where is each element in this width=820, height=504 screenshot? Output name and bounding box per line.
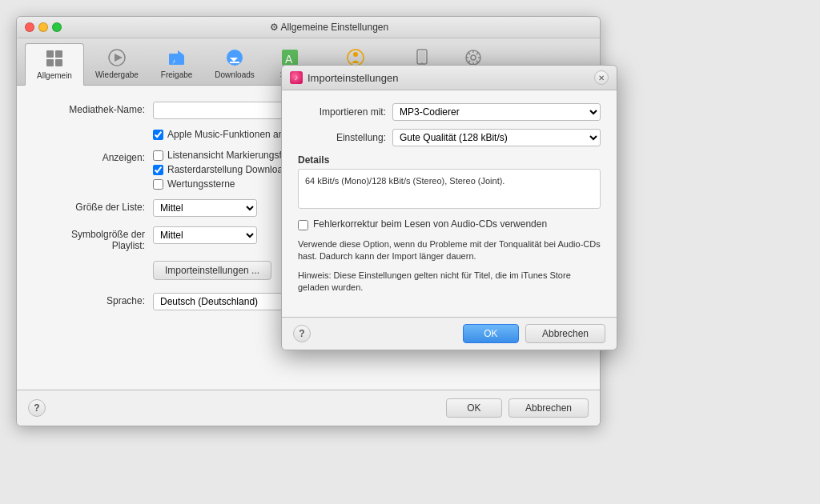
svg-line-28: [476, 53, 478, 54]
rating-checkbox[interactable]: [153, 179, 163, 190]
list-size-select[interactable]: Mittel Klein Groß: [153, 199, 257, 217]
wiedergabe-icon: [106, 46, 128, 69]
main-action-buttons: OK Abbrechen: [446, 398, 589, 418]
svg-line-29: [468, 61, 470, 62]
itunes-icon: ♪: [290, 71, 303, 84]
import-with-row: Importieren mit: MP3-Codierer AAC-Codier…: [298, 103, 601, 121]
dialog-close-button[interactable]: ✕: [594, 70, 609, 85]
dialog-ok-button[interactable]: OK: [463, 324, 519, 343]
title-bar: ⚙ Allgemeine Einstellungen: [17, 17, 600, 38]
dialog-title-bar: ♪ Importeinstellungen ✕: [282, 66, 617, 90]
main-window: ⚙ Allgemeine Einstellungen Allgemein: [16, 16, 601, 426]
svg-rect-12: [230, 62, 239, 63]
dialog-cancel-button[interactable]: Abbrechen: [525, 324, 605, 343]
rating-label: Wertungssterne: [167, 178, 235, 190]
library-name-label: Mediathek-Name:: [41, 102, 153, 115]
downloads-icon: [223, 46, 246, 69]
svg-point-16: [353, 52, 358, 57]
display-label: Anzeigen:: [41, 150, 153, 163]
freigabe-label: Freigabe: [161, 70, 192, 79]
dialog-action-buttons: OK Abbrechen: [463, 324, 605, 343]
error-correction-row: Fehlerkorrektur beim Lesen von Audio-CDs…: [298, 218, 601, 230]
details-label: Details: [298, 154, 601, 166]
list-size-label: Größe der Liste:: [41, 199, 153, 213]
svg-marker-5: [115, 54, 123, 62]
details-text: 64 kBit/s (Mono)/128 kBit/s (Stereo), St…: [305, 176, 504, 186]
svg-text:♪: ♪: [172, 58, 175, 65]
allgemein-label: Allgemein: [37, 71, 72, 80]
close-button[interactable]: [25, 22, 34, 32]
svg-line-26: [468, 53, 470, 54]
dialog-content: Importieren mit: MP3-Codierer AAC-Codier…: [282, 90, 617, 317]
language-label: Sprache:: [41, 293, 153, 306]
toolbar-item-freigabe[interactable]: ♪ Freigabe: [150, 43, 203, 85]
main-bottom-bar: ? OK Abbrechen: [17, 390, 600, 426]
svg-rect-8: [178, 55, 184, 65]
minimize-button[interactable]: [38, 22, 48, 32]
dialog-help-button[interactable]: ?: [293, 325, 311, 342]
svg-rect-2: [46, 59, 54, 66]
hint-text: Hinweis: Diese Einstellungen gelten nich…: [298, 270, 601, 294]
dialog-bottom-bar: ? OK Abbrechen: [282, 317, 617, 350]
list-view-checkbox[interactable]: [153, 150, 163, 161]
error-correction-label: Fehlerkorrektur beim Lesen von Audio-CDs…: [313, 218, 547, 230]
maximize-button[interactable]: [52, 22, 62, 32]
setting-label: Einstellung:: [298, 132, 386, 143]
window-icon: ⚙: [270, 22, 279, 33]
wiedergabe-label: Wiedergabe: [95, 70, 139, 79]
main-cancel-button[interactable]: Abbrechen: [508, 398, 589, 418]
error-correction-checkbox[interactable]: [298, 220, 308, 230]
title-bar-buttons: [25, 22, 62, 32]
downloads-label: Downloads: [215, 70, 254, 79]
import-with-label: Importieren mit:: [298, 106, 386, 118]
allgemein-icon: [43, 47, 66, 70]
svg-rect-1: [55, 50, 62, 58]
setting-row: Einstellung: Gute Qualität (128 kBit/s) …: [298, 129, 601, 146]
details-section: Details 64 kBit/s (Mono)/128 kBit/s (Ste…: [298, 154, 601, 209]
svg-rect-18: [419, 51, 425, 61]
import-settings-button[interactable]: Importeinstellungen ...: [153, 261, 271, 280]
toolbar-item-wiedergabe[interactable]: Wiedergabe: [84, 43, 150, 85]
details-box: 64 kBit/s (Mono)/128 kBit/s (Stereo), St…: [298, 169, 601, 209]
main-help-button[interactable]: ?: [28, 399, 46, 417]
import-dialog: ♪ Importeinstellungen ✕ Importieren mit:…: [281, 65, 617, 350]
info-text: Verwende diese Option, wenn du Probleme …: [298, 238, 601, 263]
setting-select[interactable]: Gute Qualität (128 kBit/s) Hohe Qualität…: [392, 129, 601, 146]
toolbar-item-downloads[interactable]: Downloads: [203, 43, 265, 85]
window-title: ⚙ Allgemeine Einstellungen: [66, 22, 592, 33]
svg-line-27: [476, 61, 478, 62]
main-ok-button[interactable]: OK: [446, 398, 502, 418]
dialog-title: Importeinstellungen: [308, 72, 398, 84]
svg-rect-3: [55, 59, 62, 66]
apple-music-checkbox[interactable]: [153, 130, 163, 140]
import-with-select[interactable]: MP3-Codierer AAC-Codierer AIFF-Codierer: [392, 103, 601, 121]
raster-checkbox[interactable]: [153, 165, 163, 175]
svg-rect-0: [46, 50, 54, 58]
toolbar-item-allgemein[interactable]: Allgemein: [25, 43, 84, 86]
playlist-size-label: Symbolgröße der Playlist:: [41, 226, 153, 251]
svg-text:A: A: [285, 53, 293, 66]
svg-point-19: [421, 62, 423, 64]
playlist-size-select[interactable]: Mittel Klein Groß: [153, 226, 257, 244]
svg-point-21: [471, 55, 476, 60]
svg-marker-7: [178, 50, 184, 55]
freigabe-icon: ♪: [166, 46, 188, 69]
